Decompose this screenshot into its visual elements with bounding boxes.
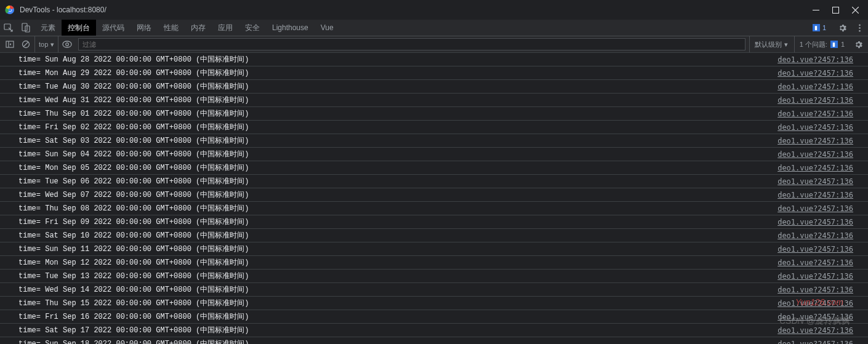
log-message: time= Tue Sep 06 2022 00:00:00 GMT+0800 … (18, 176, 778, 186)
log-source-link[interactable]: deo1.vue?2457:136 (778, 150, 853, 159)
log-source-link[interactable]: deo1.vue?2457:136 (778, 123, 853, 132)
log-source-link[interactable]: deo1.vue?2457:136 (778, 218, 853, 226)
live-expression-icon[interactable] (60, 37, 74, 52)
svg-point-8 (859, 27, 861, 29)
context-selector[interactable]: top ▾ (34, 36, 58, 52)
more-icon[interactable] (851, 20, 868, 36)
filter-input[interactable] (78, 38, 745, 50)
log-message: time= Tue Sep 13 2022 00:00:00 GMT+0800 … (18, 271, 778, 281)
tab-Lighthouse[interactable]: Lighthouse (266, 20, 315, 36)
log-source-link[interactable]: deo1.vue?2457:136 (778, 258, 853, 267)
log-row: time= Thu Sep 01 2022 00:00:00 GMT+0800 … (0, 107, 868, 121)
svg-point-12 (66, 43, 69, 46)
log-source-link[interactable]: deo1.vue?2457:136 (778, 204, 853, 213)
toggle-sidebar-icon[interactable] (2, 37, 17, 52)
log-row: time= Tue Sep 06 2022 00:00:00 GMT+0800 … (0, 175, 868, 188)
log-row: time= Wed Sep 07 2022 00:00:00 GMT+0800 … (0, 188, 868, 202)
console-toolbar: top ▾ 默认级别 ▾ 1 个问题: ▮ 1 (0, 36, 868, 53)
tab-安全[interactable]: 安全 (239, 20, 266, 36)
log-row: time= Sun Sep 04 2022 00:00:00 GMT+0800 … (0, 148, 868, 161)
chrome-icon (5, 5, 15, 15)
log-row: time= Sun Aug 28 2022 00:00:00 GMT+0800 … (0, 53, 868, 66)
maximize-button[interactable] (831, 6, 840, 14)
log-row: time= Wed Aug 31 2022 00:00:00 GMT+0800 … (0, 94, 868, 107)
log-row: time= Wed Sep 14 2022 00:00:00 GMT+0800 … (0, 283, 868, 297)
log-source-link[interactable]: deo1.vue?2457:136 (778, 286, 853, 294)
log-row: time= Fri Sep 02 2022 00:00:00 GMT+0800 … (0, 121, 868, 134)
log-message: time= Mon Aug 29 2022 00:00:00 GMT+0800 … (18, 68, 778, 78)
log-level-label: 默认级别 (755, 40, 782, 49)
log-source-link[interactable]: deo1.vue?2457:136 (778, 69, 853, 78)
log-source-link[interactable]: deo1.vue?2457:136 (778, 96, 853, 105)
issues-label: 1 个问题: (800, 40, 827, 49)
log-message: time= Sun Aug 28 2022 00:00:00 GMT+0800 … (18, 54, 778, 65)
log-source-link[interactable]: deo1.vue?2457:136 (778, 340, 853, 345)
log-source-link[interactable]: deo1.vue?2457:136 (778, 231, 853, 240)
log-message: time= Wed Aug 31 2022 00:00:00 GMT+0800 … (18, 95, 778, 105)
log-message: time= Sat Sep 17 2022 00:00:00 GMT+0800 … (18, 325, 778, 335)
log-row: time= Sat Sep 10 2022 00:00:00 GMT+0800 … (0, 229, 868, 242)
log-source-link[interactable]: deo1.vue?2457:136 (778, 313, 853, 321)
log-row: time= Thu Sep 15 2022 00:00:00 GMT+0800 … (0, 297, 868, 310)
issue-icon: ▮ (813, 24, 820, 31)
log-row: time= Tue Aug 30 2022 00:00:00 GMT+0800 … (0, 80, 868, 94)
log-message: time= Mon Sep 05 2022 00:00:00 GMT+0800 … (18, 162, 778, 173)
svg-point-2 (9, 9, 12, 12)
log-message: time= Thu Sep 08 2022 00:00:00 GMT+0800 … (18, 203, 778, 214)
log-message: time= Sun Sep 04 2022 00:00:00 GMT+0800 … (18, 149, 778, 159)
log-row: time= Mon Sep 12 2022 00:00:00 GMT+0800 … (0, 256, 868, 270)
device-toggle-icon[interactable] (17, 20, 34, 36)
issue-count: 1 (822, 24, 826, 31)
log-source-link[interactable]: deo1.vue?2457:136 (778, 110, 853, 118)
log-source-link[interactable]: deo1.vue?2457:136 (778, 299, 853, 308)
log-row: time= Thu Sep 08 2022 00:00:00 GMT+0800 … (0, 202, 868, 215)
log-row: time= Sun Sep 11 2022 00:00:00 GMT+0800 … (0, 242, 868, 256)
tab-控制台[interactable]: 控制台 (62, 20, 96, 36)
clear-console-icon[interactable] (18, 37, 33, 52)
log-source-link[interactable]: deo1.vue?2457:136 (778, 326, 853, 335)
log-message: time= Wed Sep 14 2022 00:00:00 GMT+0800 … (18, 284, 778, 295)
log-message: time= Thu Sep 15 2022 00:00:00 GMT+0800 … (18, 298, 778, 308)
log-row: time= Fri Sep 16 2022 00:00:00 GMT+0800 … (0, 310, 868, 324)
log-source-link[interactable]: deo1.vue?2457:136 (778, 55, 853, 64)
log-row: time= Tue Sep 13 2022 00:00:00 GMT+0800 … (0, 270, 868, 283)
tab-源代码[interactable]: 源代码 (96, 20, 131, 36)
log-message: time= Tue Aug 30 2022 00:00:00 GMT+0800 … (18, 81, 778, 92)
log-message: time= Sat Sep 10 2022 00:00:00 GMT+0800 … (18, 230, 778, 241)
svg-point-9 (859, 30, 861, 31)
log-source-link[interactable]: deo1.vue?2457:136 (778, 82, 853, 91)
issues-indicator[interactable]: 1 个问题: ▮ 1 (794, 36, 850, 52)
log-message: time= Fri Sep 09 2022 00:00:00 GMT+0800 … (18, 217, 778, 227)
close-button[interactable] (851, 6, 859, 14)
issues-count: 1 (841, 41, 845, 48)
log-message: time= Fri Sep 16 2022 00:00:00 GMT+0800 … (18, 311, 778, 322)
window-title: DevTools - localhost:8080/ (20, 6, 811, 14)
console-log-area[interactable]: time= Sun Aug 28 2022 00:00:00 GMT+0800 … (0, 53, 868, 344)
svg-point-7 (859, 24, 861, 26)
log-source-link[interactable]: deo1.vue?2457:136 (778, 191, 853, 199)
tab-应用[interactable]: 应用 (212, 20, 239, 36)
log-source-link[interactable]: deo1.vue?2457:136 (778, 164, 853, 172)
tab-元素[interactable]: 元素 (34, 20, 62, 36)
inspect-icon[interactable] (0, 20, 17, 36)
log-message: time= Sun Sep 18 2022 00:00:00 GMT+0800 … (18, 338, 778, 344)
log-level-selector[interactable]: 默认级别 ▾ (749, 36, 793, 52)
log-source-link[interactable]: deo1.vue?2457:136 (778, 272, 853, 281)
log-source-link[interactable]: deo1.vue?2457:136 (778, 177, 853, 186)
settings-icon[interactable] (834, 20, 851, 36)
console-settings-icon[interactable] (851, 37, 866, 52)
log-source-link[interactable]: deo1.vue?2457:136 (778, 137, 853, 145)
log-message: time= Thu Sep 01 2022 00:00:00 GMT+0800 … (18, 108, 778, 119)
issue-icon: ▮ (830, 41, 838, 48)
tab-性能[interactable]: 性能 (158, 20, 185, 36)
tab-内存[interactable]: 内存 (185, 20, 212, 36)
minimize-button[interactable] (811, 6, 820, 14)
svg-rect-5 (22, 23, 27, 31)
tab-网络[interactable]: 网络 (131, 20, 158, 36)
log-message: time= Sat Sep 03 2022 00:00:00 GMT+0800 … (18, 135, 778, 146)
log-source-link[interactable]: deo1.vue?2457:136 (778, 245, 853, 254)
log-row: time= Fri Sep 09 2022 00:00:00 GMT+0800 … (0, 215, 868, 229)
issues-indicator-top[interactable]: ▮ 1 (809, 20, 830, 36)
tab-Vue[interactable]: Vue (315, 20, 340, 36)
svg-rect-3 (832, 7, 838, 13)
